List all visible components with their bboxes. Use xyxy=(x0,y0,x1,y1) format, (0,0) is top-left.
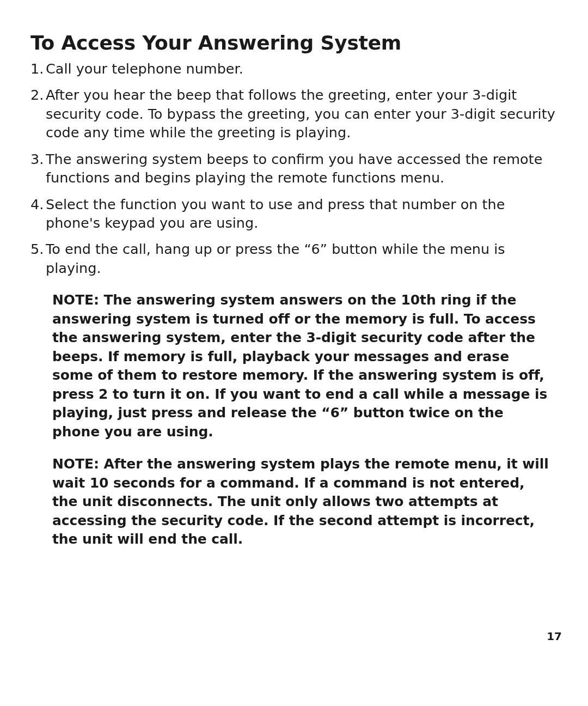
step-item: 1. Call your telephone number. xyxy=(30,59,558,78)
step-text: To end the call, hang up or press the “6… xyxy=(46,241,505,276)
step-number: 3. xyxy=(30,150,44,168)
notes-block: NOTE: The answering system answers on th… xyxy=(30,291,558,549)
step-number: 1. xyxy=(30,59,44,78)
manual-page: To Access Your Answering System 1. Call … xyxy=(0,0,588,549)
steps-list: 1. Call your telephone number. 2. After … xyxy=(30,59,558,277)
step-number: 5. xyxy=(30,240,44,258)
page-number: 17 xyxy=(547,630,562,643)
step-item: 5. To end the call, hang up or press the… xyxy=(30,240,558,277)
step-text: The answering system beeps to confirm yo… xyxy=(46,151,542,186)
step-number: 4. xyxy=(30,195,44,214)
step-text: After you hear the beep that follows the… xyxy=(46,87,555,141)
section-heading: To Access Your Answering System xyxy=(30,32,558,54)
step-item: 4. Select the function you want to use a… xyxy=(30,195,558,233)
step-item: 3. The answering system beeps to confirm… xyxy=(30,150,558,187)
note-text: NOTE: After the answering system plays t… xyxy=(52,455,552,549)
step-number: 2. xyxy=(30,86,44,104)
step-item: 2. After you hear the beep that follows … xyxy=(30,86,558,142)
step-text: Select the function you want to use and … xyxy=(46,196,505,231)
step-text: Call your telephone number. xyxy=(46,60,243,77)
note-text: NOTE: The answering system answers on th… xyxy=(52,291,552,441)
